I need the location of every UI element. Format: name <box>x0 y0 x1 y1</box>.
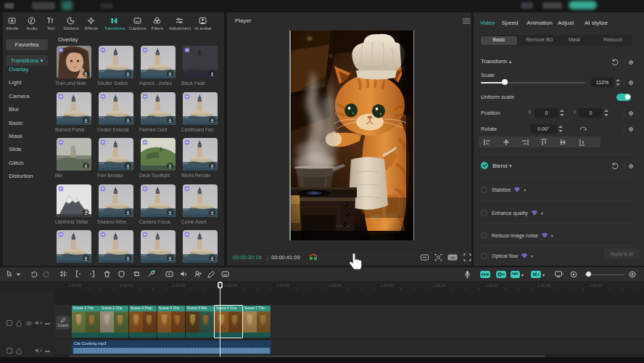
svg-text:HD: HD <box>450 256 455 260</box>
